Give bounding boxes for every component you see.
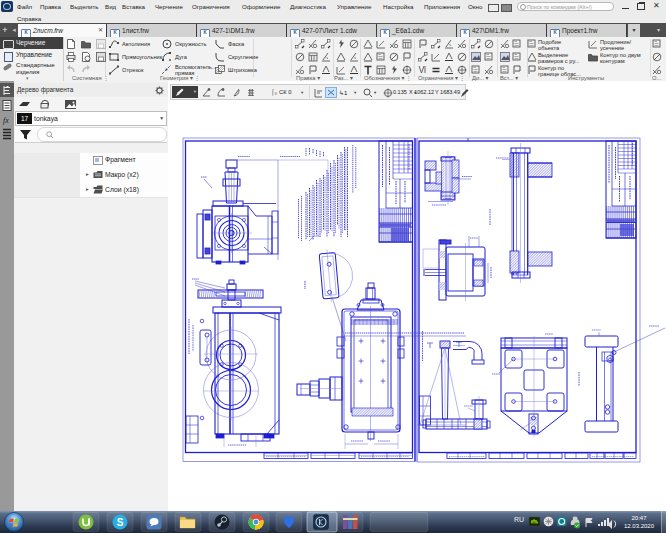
svg-text:fx: fx xyxy=(3,116,9,125)
svg-text:S: S xyxy=(117,517,124,528)
